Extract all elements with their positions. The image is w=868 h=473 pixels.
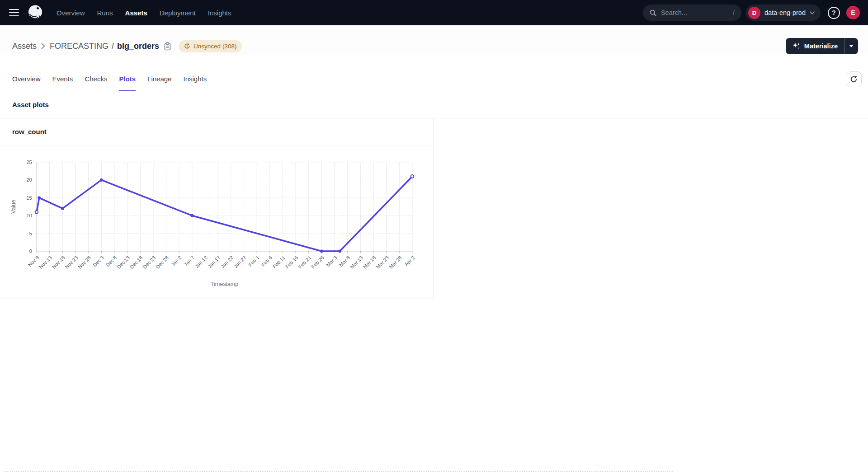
- refresh-icon: [850, 75, 858, 83]
- x-tick-label: Dec 3: [92, 255, 105, 268]
- x-tick-label: Nov 28: [77, 255, 92, 270]
- x-tick-label: Dec 18: [129, 255, 144, 270]
- caret-down-icon: [849, 45, 854, 47]
- help-icon: ?: [832, 9, 836, 16]
- data-point: [411, 175, 414, 178]
- help-button[interactable]: ?: [828, 7, 840, 19]
- materialize-button-label: Materialize: [804, 42, 838, 50]
- y-tick-label: 20: [26, 177, 32, 183]
- tab-events[interactable]: Events: [52, 75, 73, 91]
- tab-overview[interactable]: Overview: [12, 75, 41, 91]
- x-tick-label: Jan 27: [233, 255, 247, 269]
- refresh-button[interactable]: [846, 71, 862, 87]
- y-tick-label: 25: [26, 159, 32, 165]
- nav-link-insights[interactable]: Insights: [208, 9, 231, 17]
- workspace-switcher[interactable]: D data-eng-prod: [746, 5, 821, 21]
- materialize-dropdown-button[interactable]: [844, 38, 858, 54]
- dagster-logo-icon[interactable]: [27, 4, 44, 21]
- search-shortcut-hint: /: [733, 9, 735, 16]
- section-title-row: Asset plots: [0, 91, 868, 118]
- data-point: [35, 211, 38, 214]
- data-point: [38, 196, 41, 199]
- x-tick-label: Mar 18: [362, 255, 377, 270]
- materialize-button[interactable]: Materialize: [786, 38, 844, 54]
- x-tick-label: Jan 22: [220, 255, 234, 269]
- chevron-down-icon: [810, 11, 815, 14]
- page-title: Asset plots: [12, 101, 49, 108]
- workspace-initial-badge: D: [748, 7, 760, 19]
- x-axis-label: Timestamp: [211, 281, 238, 287]
- breadcrumb-assets-link[interactable]: Assets: [12, 42, 37, 51]
- x-tick-label: Feb 16: [284, 255, 299, 270]
- user-avatar[interactable]: E: [846, 6, 860, 19]
- top-nav: OverviewRunsAssetsDeploymentInsights Sea…: [0, 0, 868, 25]
- x-tick-label: Dec 23: [142, 255, 156, 270]
- tab-insights[interactable]: Insights: [183, 75, 207, 91]
- search-icon: [650, 9, 656, 16]
- bottom-scroll-hint: [4, 471, 673, 472]
- breadcrumb-asset-name: big_orders: [117, 42, 159, 51]
- x-tick-label: Dec 13: [116, 255, 131, 270]
- tab-checks[interactable]: Checks: [85, 75, 107, 91]
- breadcrumb-row: Assets FORECASTING / big_orders Unsynced…: [0, 25, 868, 55]
- x-tick-label: Apr 2: [403, 255, 415, 267]
- row-count-line-chart: Nov 8Nov 13Nov 18Nov 23Nov 28Dec 3Dec 8D…: [0, 145, 433, 299]
- tab-lineage[interactable]: Lineage: [147, 75, 171, 91]
- x-tick-label: Jan 17: [207, 255, 222, 269]
- sparkle-icon: [792, 42, 800, 50]
- hamburger-menu-icon[interactable]: [9, 9, 19, 17]
- x-tick-label: Feb 1: [247, 255, 260, 267]
- status-badge[interactable]: Unsynced (308): [179, 40, 242, 52]
- x-tick-label: Jan 12: [194, 255, 208, 269]
- x-tick-label: Feb 21: [297, 255, 312, 270]
- x-tick-label: Nov 13: [38, 255, 53, 270]
- y-tick-label: 5: [29, 231, 32, 236]
- x-tick-label: Nov 18: [51, 255, 66, 270]
- avatar-initial: E: [851, 9, 855, 16]
- data-point: [190, 214, 193, 217]
- asset-tabs-row: OverviewEventsChecksPlotsLineageInsights: [0, 55, 868, 91]
- x-tick-label: Dec 28: [155, 255, 170, 270]
- materialize-split-button: Materialize: [786, 38, 858, 54]
- search-placeholder: Search...: [661, 9, 687, 16]
- asset-tabs: OverviewEventsChecksPlotsLineageInsights: [12, 75, 207, 91]
- nav-link-runs[interactable]: Runs: [97, 9, 113, 17]
- sync-alert-icon: [184, 43, 190, 49]
- x-tick-label: Nov 23: [64, 255, 79, 270]
- y-axis-label: Value: [10, 200, 17, 214]
- x-tick-label: Mar 3: [325, 255, 338, 267]
- copy-asset-name-icon[interactable]: [164, 42, 171, 51]
- x-tick-label: Feb 26: [310, 255, 325, 270]
- nav-link-overview[interactable]: Overview: [57, 9, 85, 17]
- data-point: [61, 207, 64, 210]
- status-badge-label: Unsynced (308): [193, 43, 236, 50]
- x-tick-label: Mar 23: [375, 255, 390, 270]
- x-tick-label: Mar 28: [388, 255, 403, 270]
- nav-link-assets[interactable]: Assets: [125, 9, 147, 17]
- plot-card: row_count Nov 8Nov 13Nov 18Nov 23Nov 28D…: [0, 118, 434, 299]
- nav-link-deployment[interactable]: Deployment: [160, 9, 196, 17]
- y-tick-label: 0: [29, 248, 32, 254]
- data-point: [338, 250, 341, 253]
- plot-title: row_count: [12, 128, 47, 136]
- y-tick-label: 10: [26, 213, 32, 218]
- breadcrumb-slash: /: [112, 42, 114, 51]
- x-tick-label: Mar 13: [349, 255, 364, 270]
- nav-right: Search... / D data-eng-prod ? E: [643, 5, 860, 21]
- tab-plots[interactable]: Plots: [119, 75, 136, 91]
- chevron-right-icon: [41, 43, 45, 49]
- plot-card-header: row_count: [0, 118, 433, 145]
- search-input[interactable]: Search... /: [643, 5, 741, 21]
- data-point: [100, 178, 103, 182]
- breadcrumb-group[interactable]: FORECASTING: [50, 42, 108, 51]
- data-point: [320, 250, 323, 253]
- workspace-name: data-eng-prod: [764, 9, 806, 16]
- x-tick-label: Feb 11: [272, 255, 286, 269]
- y-tick-label: 15: [26, 195, 32, 201]
- x-tick-label: Jan 2: [170, 255, 183, 267]
- nav-links: OverviewRunsAssetsDeploymentInsights: [57, 9, 231, 17]
